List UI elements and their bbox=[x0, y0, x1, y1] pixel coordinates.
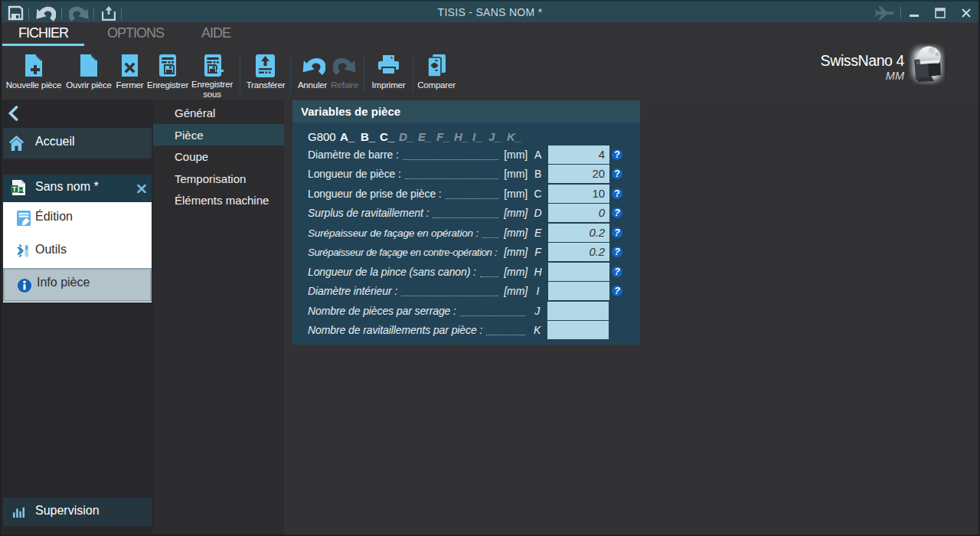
svg-text:T: T bbox=[12, 185, 17, 193]
